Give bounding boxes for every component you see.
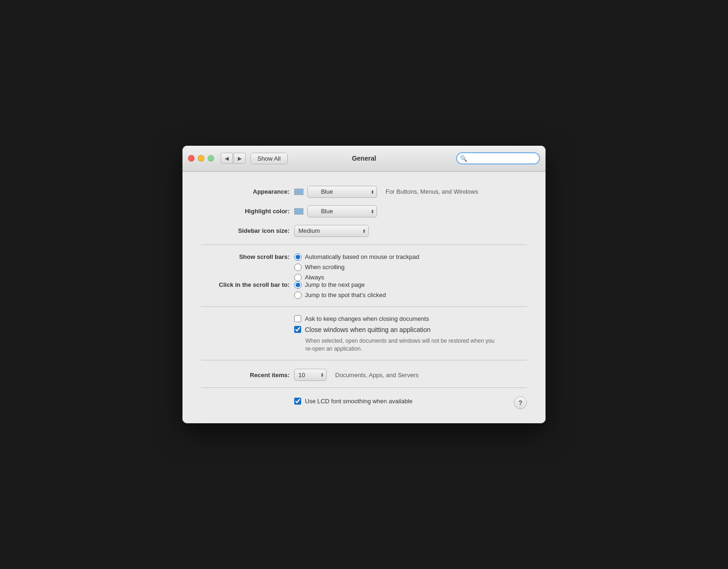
appearance-row: Appearance: Blue Graphite ⬍ For Buttons,…	[201, 186, 527, 198]
ask-keep-changes-checkbox[interactable]	[294, 315, 301, 322]
recent-items-label: Recent items:	[201, 372, 294, 379]
recent-items-select[interactable]: 5 10 15 20 50 None	[294, 369, 327, 381]
scroll-auto-radio[interactable]	[294, 253, 302, 261]
content-area: Appearance: Blue Graphite ⬍ For Buttons,…	[182, 172, 546, 424]
scroll-always-radio[interactable]	[294, 274, 302, 281]
recent-items-hint: Documents, Apps, and Servers	[335, 372, 418, 379]
scroll-always-option: Always	[294, 274, 419, 281]
close-button[interactable]	[188, 155, 195, 162]
lcd-font-row: Use LCD font smoothing when available ?	[201, 396, 527, 409]
highlight-color-select-wrap: Blue Graphite Red ⬍	[294, 205, 377, 217]
search-input[interactable]	[456, 152, 540, 164]
checkboxes-section: Ask to keep changes when closing documen…	[294, 315, 527, 353]
highlight-color-row: Highlight color: Blue Graphite Red ⬍	[201, 205, 527, 217]
close-windows-row: Close windows when quitting an applicati…	[294, 326, 527, 333]
click-scroll-bar-label: Click in the scroll bar to:	[201, 281, 294, 288]
maximize-button[interactable]	[208, 155, 214, 162]
click-scroll-bar-row: Click in the scroll bar to: Jump to the …	[201, 281, 527, 299]
ask-keep-changes-label: Ask to keep changes when closing documen…	[305, 315, 429, 322]
appearance-select[interactable]: Blue Graphite	[307, 186, 377, 198]
close-windows-label: Close windows when quitting an applicati…	[305, 326, 431, 333]
jump-next-page-option: Jump to the next page	[294, 281, 386, 289]
recent-items-control: 5 10 15 20 50 None ⬍ Documents, Apps, an…	[294, 369, 418, 381]
scroll-auto-label: Automatically based on mouse or trackpad	[305, 253, 419, 260]
lcd-font-label: Use LCD font smoothing when available	[305, 398, 412, 405]
ask-keep-changes-row: Ask to keep changes when closing documen…	[294, 315, 527, 322]
show-scroll-bars-label: Show scroll bars:	[201, 253, 294, 260]
highlight-color-swatch	[294, 208, 303, 215]
close-windows-hint: When selected, open documents and window…	[305, 337, 501, 353]
sidebar-icon-size-row: Sidebar icon size: Small Medium Large ⬍	[201, 225, 527, 237]
search-icon: 🔍	[460, 155, 467, 162]
nav-buttons: ◀ ▶	[221, 153, 246, 164]
scroll-when-scrolling-option: When scrolling	[294, 264, 419, 271]
sidebar-icon-size-label: Sidebar icon size:	[201, 227, 294, 234]
lcd-font-checkbox[interactable]	[294, 398, 301, 405]
recent-items-row: Recent items: 5 10 15 20 50 None ⬍ Docum…	[201, 369, 527, 381]
search-box: 🔍	[456, 152, 540, 164]
divider-2	[201, 306, 527, 307]
appearance-select-wrap: Blue Graphite ⬍	[294, 186, 377, 198]
window-title: General	[352, 155, 376, 162]
jump-spot-option: Jump to the spot that’s clicked	[294, 291, 386, 299]
highlight-color-select[interactable]: Blue Graphite Red	[307, 205, 377, 217]
traffic-lights	[188, 155, 214, 162]
highlight-color-label: Highlight color:	[201, 208, 294, 215]
back-button[interactable]: ◀	[221, 153, 233, 164]
appearance-hint: For Buttons, Menus, and Windows	[385, 188, 478, 195]
minimize-button[interactable]	[198, 155, 204, 162]
sidebar-icon-size-select[interactable]: Small Medium Large	[294, 225, 369, 237]
jump-next-page-label: Jump to the next page	[305, 281, 365, 288]
highlight-color-control: Blue Graphite Red ⬍	[294, 205, 377, 217]
main-window: ◀ ▶ Show All General 🔍 Appearance: Blue …	[182, 146, 546, 424]
click-scroll-bar-options: Jump to the next page Jump to the spot t…	[294, 281, 386, 299]
titlebar: ◀ ▶ Show All General 🔍	[182, 146, 546, 172]
scroll-auto-option: Automatically based on mouse or trackpad	[294, 253, 419, 261]
sidebar-icon-size-select-wrap: Small Medium Large ⬍	[294, 225, 369, 237]
show-all-button[interactable]: Show All	[250, 153, 288, 164]
show-scroll-bars-row: Show scroll bars: Automatically based on…	[201, 253, 527, 281]
close-windows-checkbox[interactable]	[294, 326, 301, 333]
appearance-label: Appearance:	[201, 188, 294, 195]
scroll-when-scrolling-label: When scrolling	[305, 264, 344, 271]
scroll-when-scrolling-radio[interactable]	[294, 264, 302, 271]
divider-1	[201, 244, 527, 245]
jump-next-page-radio[interactable]	[294, 281, 302, 289]
divider-3	[201, 360, 527, 360]
jump-spot-radio[interactable]	[294, 291, 302, 299]
jump-spot-label: Jump to the spot that’s clicked	[305, 291, 386, 298]
help-button[interactable]: ?	[514, 396, 527, 409]
scroll-always-label: Always	[305, 274, 324, 281]
sidebar-icon-size-control: Small Medium Large ⬍	[294, 225, 369, 237]
lcd-font-checkbox-row: Use LCD font smoothing when available	[294, 398, 514, 405]
forward-button[interactable]: ▶	[234, 153, 246, 164]
recent-items-select-wrap: 5 10 15 20 50 None ⬍	[294, 369, 327, 381]
show-scroll-bars-options: Automatically based on mouse or trackpad…	[294, 253, 419, 281]
appearance-control: Blue Graphite ⬍ For Buttons, Menus, and …	[294, 186, 478, 198]
appearance-color-swatch	[294, 189, 303, 195]
divider-4	[201, 387, 527, 388]
